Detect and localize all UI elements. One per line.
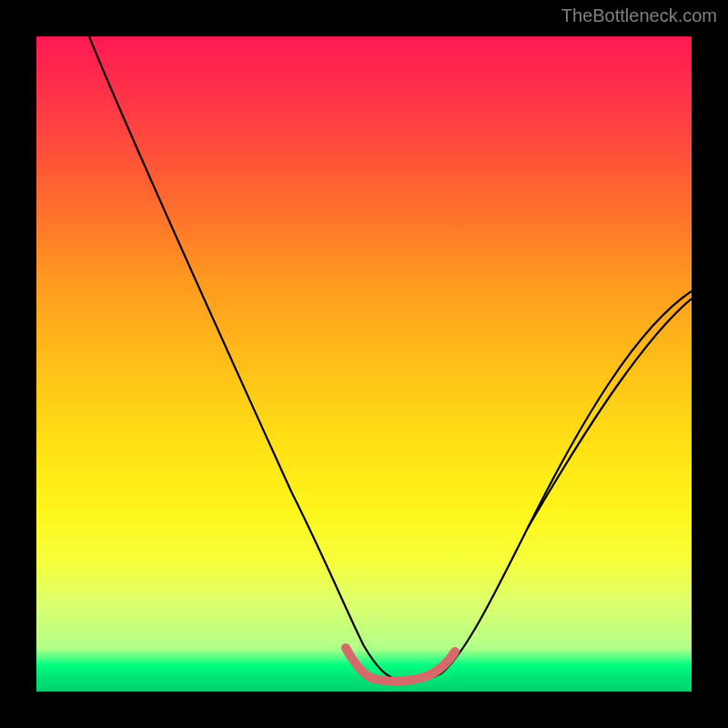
bottleneck-curve-line (89, 36, 692, 682)
chart-plot-area (36, 36, 692, 692)
watermark-text: TheBottleneck.com (561, 5, 717, 26)
bottleneck-curve-line-right (528, 298, 692, 528)
chart-svg (36, 36, 692, 692)
optimal-range-marker (346, 648, 455, 682)
